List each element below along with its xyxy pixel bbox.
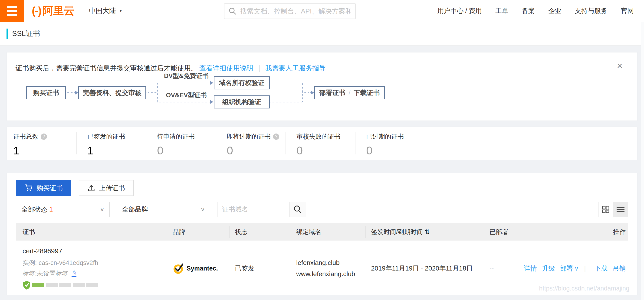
dates-cell: 2019年11月19日 - 2020年11月18日 (366, 241, 484, 296)
region-label: 中国大陆 (89, 6, 116, 15)
arrow-right-icon (75, 91, 78, 95)
detail-link[interactable]: 详情 (524, 265, 537, 272)
stat-total: 证书总数? 1 (7, 132, 76, 154)
global-search-input[interactable] (240, 7, 351, 15)
deploy-link[interactable]: 部署 (560, 265, 573, 272)
certificate-row: cert-2896997 实例: cas-cn-v641edqsv2fh 标签:… (16, 241, 628, 296)
stat-total-value: 1 (13, 144, 76, 157)
card-view-toggle[interactable] (598, 202, 613, 217)
hamburger-icon (7, 6, 17, 8)
col-brand: 品牌 (167, 223, 229, 241)
date-range: 2019年11月19日 - 2020年11月18日 (371, 265, 473, 272)
upload-certificate-button[interactable]: 上传证书 (79, 180, 134, 196)
flow-step-domain-verify: 域名所有权验证 (214, 76, 270, 89)
certificate-list-card: 购买证书 上传证书 全部状态 1 ∨ 全部品牌 ∨ (6, 173, 638, 295)
help-icon[interactable]: ? (273, 134, 279, 140)
download-link[interactable]: 下载 (594, 265, 608, 272)
action-separator: | (584, 265, 586, 272)
chevron-down-icon[interactable]: ∨ (574, 265, 579, 272)
top-nav-links: 用户中心 / 费用 工单 备案 企业 支持与服务 官网 (438, 6, 644, 15)
search-icon (293, 205, 302, 214)
flow-step-buy: 购买证书 (26, 86, 66, 99)
domain-secondary: www.lefenxiang.club (296, 269, 360, 280)
revoke-link[interactable]: 吊销 (613, 265, 626, 272)
flow-step-submit: 完善资料、提交审核 (78, 86, 146, 99)
aliyun-logo-text: 阿里云 (42, 4, 74, 18)
domain-search (217, 202, 306, 217)
col-deployed: 已部署 (484, 223, 518, 241)
top-navbar: (-) 阿里云 中国大陆 ▼ 用户中心 / 费用 工单 备案 企业 支持与服务 … (0, 0, 644, 22)
cert-tag: 标签:未设置标签 (22, 269, 68, 278)
deployed-cell: -- (484, 241, 518, 296)
shield-check-icon (22, 281, 31, 290)
stat-expired: 已过期的证书 0 (355, 132, 637, 154)
upgrade-link[interactable]: 升级 (542, 265, 555, 272)
status-filter-count: 1 (49, 206, 53, 213)
flow-step-separator: / (349, 89, 350, 97)
certificate-stats: 证书总数? 1 已签发的证书 1 待申请的证书 0 即将过期的证书? 0 审核失… (6, 127, 638, 160)
flow-step-deploy-download: 部署证书 / 下载证书 (314, 86, 385, 99)
menu-hamburger-button[interactable] (0, 0, 24, 22)
caret-down-icon: ▼ (119, 8, 123, 13)
buy-certificate-button[interactable]: 购买证书 (16, 180, 71, 196)
cert-instance: 实例: cas-cn-v641edqsv2fh (22, 259, 162, 267)
aliyun-logo[interactable]: (-) 阿里云 (32, 4, 74, 18)
col-actions: 操作 (518, 223, 628, 241)
stat-issued: 已签发的证书 1 (76, 132, 146, 154)
chevron-down-icon: ∨ (100, 207, 104, 213)
brand-filter-select[interactable]: 全部品牌 ∨ (117, 202, 210, 217)
stat-expired-value: 0 (366, 144, 637, 157)
arrow-right-icon (210, 100, 213, 104)
page-title-row: SSL证书 (0, 22, 644, 45)
sort-icon[interactable]: ⇅ (425, 229, 429, 236)
nav-user-center[interactable]: 用户中心 / 费用 (438, 6, 482, 15)
cert-cell: cert-2896997 实例: cas-cn-v641edqsv2fh 标签:… (16, 241, 167, 296)
region-selector[interactable]: 中国大陆 ▼ (89, 6, 123, 15)
upload-icon (87, 184, 95, 192)
stat-failed: 审核失败的证书 0 (286, 132, 355, 154)
aliyun-logo-bracket-icon: (-) (32, 4, 41, 17)
stat-pending: 待申请的证书 0 (146, 132, 216, 154)
nav-icp[interactable]: 备案 (522, 6, 535, 15)
list-view-toggle[interactable] (613, 202, 628, 217)
deployed-value: -- (490, 265, 494, 272)
filter-row: 全部状态 1 ∨ 全部品牌 ∨ (16, 202, 628, 217)
nav-support[interactable]: 支持与服务 (575, 6, 607, 15)
brand-name: Symantec. (186, 265, 218, 272)
status-filter-select[interactable]: 全部状态 1 ∨ (16, 202, 110, 217)
col-status: 状态 (229, 223, 291, 241)
global-search[interactable] (224, 3, 356, 19)
action-button-row: 购买证书 上传证书 (16, 180, 628, 196)
domain-search-input[interactable] (217, 202, 289, 217)
arrow-right-icon (310, 91, 314, 95)
arrow-right-icon (210, 81, 213, 85)
status-cell: 已签发 (229, 241, 291, 296)
cert-name[interactable]: cert-2896997 (22, 247, 162, 255)
certificate-table: 证书 品牌 状态 绑定域名 签发时间/到期时间 ⇅ 已部署 操作 cert-28… (16, 223, 628, 296)
domain-primary: lefenxiang.club (296, 257, 360, 269)
status-text: 已签发 (235, 265, 254, 272)
help-icon[interactable]: ? (41, 134, 47, 140)
table-header-row: 证书 品牌 状态 绑定域名 签发时间/到期时间 ⇅ 已部署 操作 (16, 223, 628, 241)
edit-tag-icon[interactable]: ✎ (72, 270, 77, 277)
domain-search-button[interactable] (289, 202, 306, 217)
flow-branch-ovev-label: OV&EV型证书 (156, 91, 217, 99)
stat-failed-value: 0 (296, 144, 355, 157)
nav-official-site[interactable]: 官网 (621, 6, 634, 15)
search-icon (228, 7, 236, 15)
col-certificate: 证书 (16, 223, 167, 241)
title-accent-bar (6, 28, 8, 39)
nav-enterprise[interactable]: 企业 (548, 6, 561, 15)
stat-expiring-value: 0 (227, 144, 286, 157)
col-domains: 绑定域名 (291, 223, 366, 241)
flow-step-org-verify: 组织机构验证 (214, 95, 270, 108)
cart-icon (25, 184, 33, 192)
stat-expiring: 即将过期的证书? 0 (216, 132, 286, 154)
usage-guide-banner: 证书购买后，需要完善证书信息并提交审核通过后才能使用。 查看详细使用说明 | 我… (6, 52, 638, 121)
chevron-down-icon: ∨ (200, 207, 205, 213)
cert-tag-row: 标签:未设置标签 ✎ (22, 269, 162, 278)
symantec-logo-icon (172, 262, 185, 275)
stat-pending-value: 0 (157, 144, 216, 157)
nav-tickets[interactable]: 工单 (495, 6, 508, 15)
scrollbar-track[interactable] (641, 22, 644, 300)
